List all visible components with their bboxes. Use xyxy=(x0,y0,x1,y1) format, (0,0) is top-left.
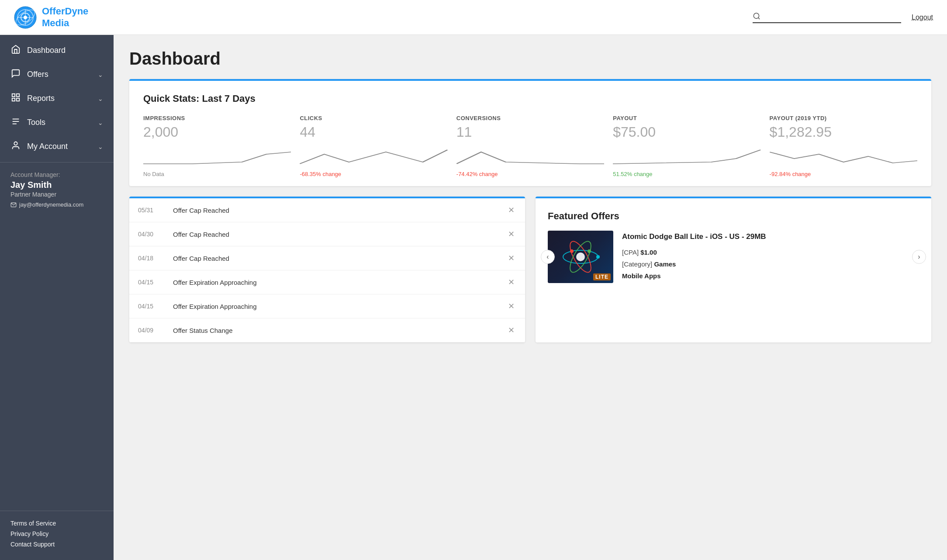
stat-conversions: CONVERSIONS 11 -74.42% change xyxy=(456,115,604,177)
notification-close-0[interactable]: ✕ xyxy=(506,205,516,215)
reports-label: Reports xyxy=(27,94,55,103)
tools-chevron-icon: ⌄ xyxy=(98,119,103,126)
sidebar-item-reports[interactable]: Reports ⌄ xyxy=(0,86,114,111)
svg-rect-9 xyxy=(12,94,15,97)
sparkline-payout xyxy=(613,145,760,167)
notification-close-3[interactable]: ✕ xyxy=(506,277,516,287)
account-manager-section: Account Manager: Jay Smith Partner Manag… xyxy=(0,162,114,217)
header-right: Logout xyxy=(753,12,933,23)
sidebar-item-tools[interactable]: Tools ⌄ xyxy=(0,111,114,135)
stat-impressions-value: 2,000 xyxy=(143,124,291,140)
my-account-chevron-icon: ⌄ xyxy=(98,143,103,150)
notification-close-4[interactable]: ✕ xyxy=(506,301,516,311)
stat-conversions-value: 11 xyxy=(456,124,604,140)
notification-close-5[interactable]: ✕ xyxy=(506,325,516,335)
tools-icon xyxy=(10,117,21,128)
quick-stats-title: Quick Stats: Last 7 Days xyxy=(143,93,917,104)
stat-clicks-value: 44 xyxy=(300,124,447,140)
notification-row-4: 04/15 Offer Expiration Approaching ✕ xyxy=(129,294,525,318)
dashboard-label: Dashboard xyxy=(27,46,66,55)
reports-chevron-icon: ⌄ xyxy=(98,95,103,102)
notification-date-2: 04/18 xyxy=(138,255,164,262)
stat-conversions-change: -74.42% change xyxy=(456,171,604,177)
reports-icon xyxy=(10,93,21,104)
notifications-card: 05/31 Offer Cap Reached ✕ 04/30 Offer Ca… xyxy=(129,197,525,342)
search-input[interactable] xyxy=(764,12,902,20)
stat-clicks-change: -68.35% change xyxy=(300,171,447,177)
svg-point-7 xyxy=(753,13,759,18)
offer-category: GamesMobile Apps xyxy=(622,260,676,280)
notification-text-4: Offer Expiration Approaching xyxy=(164,303,506,310)
notification-date-0: 05/31 xyxy=(138,207,164,214)
contact-support-link[interactable]: Contact Support xyxy=(10,541,103,548)
notification-row-0: 05/31 Offer Cap Reached ✕ xyxy=(129,198,525,222)
quick-stats-card: Quick Stats: Last 7 Days IMPRESSIONS 2,0… xyxy=(129,79,931,186)
notification-row-5: 04/09 Offer Status Change ✕ xyxy=(129,318,525,342)
tools-label: Tools xyxy=(27,118,45,127)
home-icon xyxy=(10,45,21,56)
account-manager-email: jay@offerdynemedia.com xyxy=(10,201,103,208)
account-icon xyxy=(10,141,21,152)
stat-impressions: IMPRESSIONS 2,000 No Data xyxy=(143,115,291,177)
sidebar-nav: Dashboard Offers ⌄ Reports xyxy=(0,35,114,162)
svg-point-23 xyxy=(570,249,574,253)
notification-text-5: Offer Status Change xyxy=(164,327,506,334)
stat-payout-ytd-label: PAYOUT (2019 YTD) xyxy=(770,115,917,121)
notification-row-3: 04/15 Offer Expiration Approaching ✕ xyxy=(129,270,525,294)
svg-rect-11 xyxy=(17,98,19,101)
sparkline-clicks xyxy=(300,145,447,167)
atom-graphic xyxy=(561,239,600,274)
notification-close-1[interactable]: ✕ xyxy=(506,229,516,239)
svg-point-22 xyxy=(596,255,600,259)
offers-icon xyxy=(10,69,21,80)
stat-payout-change: 51.52% change xyxy=(613,171,760,177)
sidebar-item-offers[interactable]: Offers ⌄ xyxy=(0,62,114,86)
svg-point-18 xyxy=(576,252,585,261)
svg-line-8 xyxy=(758,17,760,19)
notification-text-0: Offer Cap Reached xyxy=(164,207,506,214)
sparkline-impressions xyxy=(143,145,291,167)
stat-impressions-change: No Data xyxy=(143,171,291,177)
stat-impressions-label: IMPRESSIONS xyxy=(143,115,291,121)
search-area[interactable] xyxy=(753,12,901,23)
notification-text-3: Offer Expiration Approaching xyxy=(164,279,506,286)
featured-offers-card: Featured Offers ‹ xyxy=(536,197,931,342)
header: OfferDyneMedia Logout xyxy=(0,0,947,35)
email-icon xyxy=(10,202,17,208)
featured-offers-title: Featured Offers xyxy=(548,211,919,222)
svg-point-6 xyxy=(24,16,27,19)
svg-point-16 xyxy=(14,142,17,145)
sidebar-item-dashboard[interactable]: Dashboard xyxy=(0,38,114,62)
main-content: Dashboard Quick Stats: Last 7 Days IMPRE… xyxy=(114,35,947,560)
logo-icon xyxy=(14,6,37,29)
sidebar-item-my-account[interactable]: My Account ⌄ xyxy=(0,135,114,159)
bottom-grid: 05/31 Offer Cap Reached ✕ 04/30 Offer Ca… xyxy=(129,197,931,342)
sparkline-payout-ytd xyxy=(770,145,917,167)
notification-close-2[interactable]: ✕ xyxy=(506,253,516,263)
featured-prev-button[interactable]: ‹ xyxy=(541,250,555,264)
account-manager-label: Account Manager: xyxy=(10,171,103,178)
stat-payout-ytd-value: $1,282.95 xyxy=(770,124,917,140)
offer-details: Atomic Dodge Ball Lite - iOS - US - 29MB… xyxy=(622,232,766,281)
notification-date-4: 04/15 xyxy=(138,303,164,310)
notification-row-1: 04/30 Offer Cap Reached ✕ xyxy=(129,222,525,246)
quick-stats-section: Quick Stats: Last 7 Days IMPRESSIONS 2,0… xyxy=(129,81,931,186)
stats-grid: IMPRESSIONS 2,000 No Data CLICKS 44 xyxy=(143,115,917,177)
my-account-label: My Account xyxy=(27,142,68,151)
logo-area: OfferDyneMedia xyxy=(14,6,88,29)
account-manager-name: Jay Smith xyxy=(10,180,103,190)
stat-conversions-label: CONVERSIONS xyxy=(456,115,604,121)
featured-next-button[interactable]: › xyxy=(912,250,926,264)
terms-of-service-link[interactable]: Terms of Service xyxy=(10,520,103,527)
logout-button[interactable]: Logout xyxy=(912,14,933,21)
stat-payout-ytd: PAYOUT (2019 YTD) $1,282.95 -92.84% chan… xyxy=(770,115,917,177)
privacy-policy-link[interactable]: Privacy Policy xyxy=(10,530,103,537)
offers-label: Offers xyxy=(27,70,48,79)
offer-name: Atomic Dodge Ball Lite - iOS - US - 29MB xyxy=(622,232,766,242)
offer-meta: [CPA] $1.00 [Category] GamesMobile Apps xyxy=(622,246,766,282)
notification-text-2: Offer Cap Reached xyxy=(164,255,506,262)
notification-date-1: 04/30 xyxy=(138,231,164,238)
sparkline-conversions xyxy=(456,145,604,167)
svg-point-24 xyxy=(588,249,591,253)
logo-text: OfferDyneMedia xyxy=(42,6,88,29)
